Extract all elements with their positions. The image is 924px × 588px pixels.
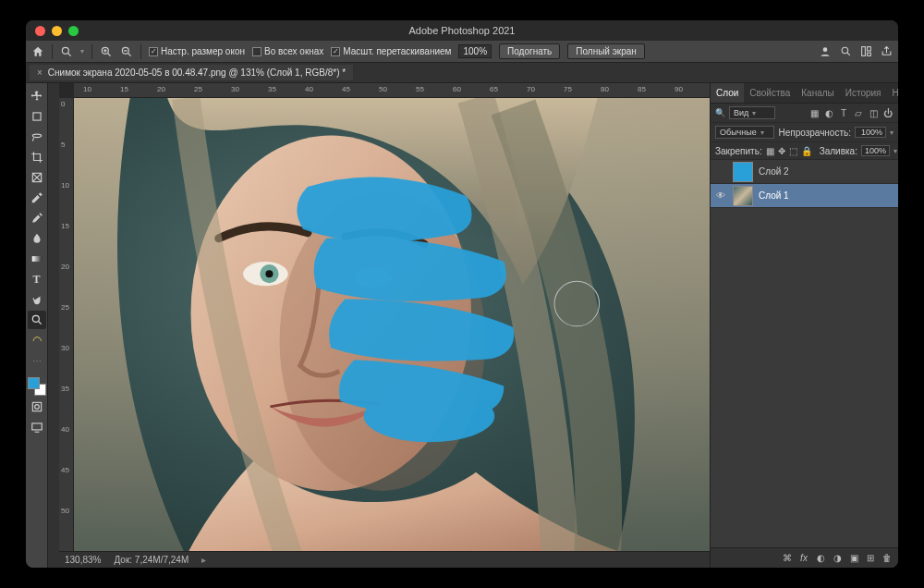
- workspace-icon[interactable]: [859, 45, 872, 58]
- all-windows-checkbox[interactable]: Во всех окнах: [252, 46, 323, 56]
- svg-rect-33: [31, 423, 42, 430]
- document-tab[interactable]: × Снимок экрана 2020-05-05 в 00.48.47.pn…: [30, 65, 353, 80]
- layer-row[interactable]: Слой 2: [711, 160, 898, 184]
- frame-tool[interactable]: [28, 168, 46, 187]
- svg-line-30: [38, 322, 41, 325]
- svg-rect-24: [32, 113, 40, 120]
- mask-icon[interactable]: ◐: [815, 553, 826, 564]
- group-icon[interactable]: ▣: [848, 553, 859, 564]
- svg-point-0: [62, 47, 68, 54]
- lock-all-icon[interactable]: 🔒: [801, 145, 812, 156]
- svg-line-1: [68, 53, 71, 55]
- status-docsize[interactable]: Док: 7,24M/7,24M: [114, 555, 188, 565]
- svg-point-29: [32, 315, 39, 322]
- fullscreen-button[interactable]: Полный экран: [567, 43, 645, 59]
- new-layer-icon[interactable]: ⊞: [865, 553, 876, 564]
- cloud-user-icon[interactable]: [819, 45, 832, 58]
- zoom-out-icon[interactable]: [120, 45, 133, 58]
- filter-pixel-icon[interactable]: ▦: [808, 107, 820, 118]
- filter-smart-icon[interactable]: ◫: [868, 107, 879, 118]
- horizontal-ruler[interactable]: 1015202530354045505560657075808590: [74, 83, 710, 98]
- quickmask-icon[interactable]: [28, 398, 46, 416]
- lock-label: Закрепить:: [715, 146, 762, 156]
- filter-type-icon[interactable]: T: [838, 107, 849, 118]
- panel-tab-2[interactable]: Каналы: [796, 83, 840, 103]
- hand-tool[interactable]: [28, 290, 46, 309]
- svg-rect-12: [861, 47, 865, 56]
- eyedropper-tool[interactable]: [28, 189, 46, 207]
- visibility-toggle[interactable]: 👁: [714, 190, 727, 201]
- svg-rect-13: [867, 47, 870, 51]
- blur-tool[interactable]: [28, 229, 46, 248]
- filter-toggle-icon[interactable]: ⏻: [882, 107, 894, 118]
- color-swatches[interactable]: [28, 377, 46, 396]
- resize-windows-checkbox[interactable]: Настр. размер окон: [149, 46, 245, 56]
- move-tool[interactable]: [28, 87, 46, 105]
- panel-tab-1[interactable]: Свойства: [744, 83, 796, 103]
- delete-layer-icon[interactable]: 🗑: [881, 553, 893, 564]
- panel-tab-4[interactable]: Навигатор: [887, 83, 898, 103]
- lock-artboard-icon[interactable]: ⬚: [789, 145, 797, 156]
- zoom-tool[interactable]: [28, 311, 46, 329]
- fit-button[interactable]: Подогнать: [499, 43, 560, 59]
- options-bar: ▾ Настр. размер окон Во всех окнах Масшт…: [26, 41, 898, 63]
- fx-icon[interactable]: fx: [798, 553, 809, 564]
- panel-tab-3[interactable]: История: [840, 83, 887, 103]
- lock-position-icon[interactable]: ✥: [778, 145, 785, 156]
- panel-tab-0[interactable]: Слои: [711, 83, 744, 103]
- blend-mode-select[interactable]: Обычные: [715, 126, 774, 139]
- svg-line-11: [847, 53, 850, 55]
- filter-adjust-icon[interactable]: ◐: [823, 107, 834, 118]
- layers-list: Слой 2👁Слой 1: [711, 160, 898, 547]
- status-bar: 130,83% Док: 7,24M/7,24M ▸: [59, 551, 710, 568]
- app-window: Adobe Photoshop 2021 ▾ Настр. размер око…: [26, 20, 898, 568]
- document-tab-label: Снимок экрана 2020-05-05 в 00.48.47.png …: [48, 67, 346, 78]
- svg-point-9: [823, 47, 828, 52]
- crop-tool[interactable]: [28, 148, 46, 166]
- layer-thumbnail[interactable]: [733, 186, 753, 206]
- artboard-tool[interactable]: [28, 107, 46, 126]
- close-tab-icon[interactable]: ×: [37, 67, 43, 78]
- filter-shape-icon[interactable]: ▱: [853, 107, 864, 118]
- opacity-field[interactable]: 100%: [855, 127, 886, 138]
- panel-tabs: СлоиСвойстваКаналыИсторияНавигатор: [711, 83, 898, 104]
- panel-footer: ⌘ fx ◐ ◑ ▣ ⊞ 🗑: [711, 547, 898, 568]
- layer-filter-select[interactable]: Вид: [729, 106, 775, 119]
- zoom-field[interactable]: 100%: [458, 44, 492, 58]
- status-zoom[interactable]: 130,83%: [65, 555, 101, 565]
- layer-thumbnail[interactable]: [733, 162, 753, 182]
- brush-tool[interactable]: [28, 209, 46, 227]
- type-tool[interactable]: T: [28, 270, 46, 288]
- chevron-down-icon[interactable]: ▾: [80, 47, 84, 55]
- vertical-ruler[interactable]: 05101520253035404550: [59, 98, 74, 551]
- banana-icon[interactable]: ◠: [28, 331, 46, 349]
- status-arrow-icon[interactable]: ▸: [201, 555, 206, 565]
- edit-toolbar-icon[interactable]: ⋯: [28, 351, 46, 370]
- fill-field[interactable]: 100%: [861, 145, 890, 156]
- app-title: Adobe Photoshop 2021: [26, 25, 898, 36]
- fill-label: Заливка:: [820, 146, 857, 156]
- layers-panel: СлоиСвойстваКаналыИсторияНавигатор 🔍 Вид…: [710, 83, 898, 568]
- home-button[interactable]: [31, 45, 44, 58]
- svg-line-7: [128, 53, 131, 55]
- layer-name: Слой 2: [759, 166, 789, 177]
- svg-point-22: [364, 390, 495, 443]
- share-icon[interactable]: [880, 45, 893, 58]
- link-layers-icon[interactable]: ⌘: [782, 553, 793, 564]
- layer-row[interactable]: 👁Слой 1: [711, 184, 898, 208]
- svg-point-10: [842, 47, 848, 54]
- svg-rect-14: [867, 53, 870, 55]
- search-icon[interactable]: [60, 45, 73, 58]
- lock-pixels-icon[interactable]: ▦: [766, 145, 774, 156]
- gradient-tool[interactable]: [28, 250, 46, 268]
- canvas[interactable]: [74, 98, 710, 551]
- adjustment-icon[interactable]: ◑: [832, 553, 843, 564]
- document-image: [74, 98, 710, 551]
- svg-rect-31: [32, 402, 41, 410]
- lasso-tool[interactable]: [28, 128, 46, 146]
- screenmode-icon[interactable]: [28, 418, 46, 436]
- scrubby-zoom-checkbox[interactable]: Масшт. перетаскиванием: [331, 46, 451, 56]
- search-icon[interactable]: [839, 45, 852, 58]
- zoom-in-icon[interactable]: [100, 45, 113, 58]
- titlebar: Adobe Photoshop 2021: [26, 20, 898, 41]
